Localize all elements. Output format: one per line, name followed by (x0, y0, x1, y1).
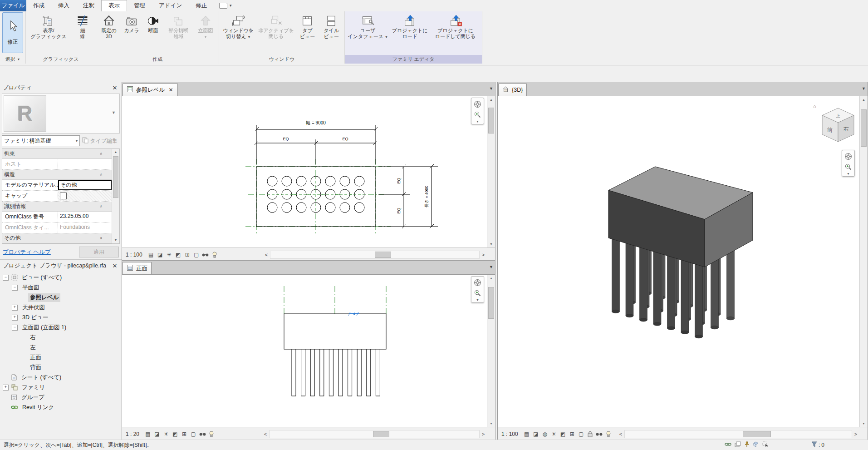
tab-create[interactable]: 作成 (26, 0, 51, 11)
viewcube-front-face[interactable]: 前 (827, 127, 833, 133)
thin-lines-button[interactable]: 細線 (70, 12, 95, 41)
selection-filter[interactable]: : 0 (811, 441, 824, 449)
panel-label-select[interactable]: 選択▼ (0, 55, 25, 64)
tile-views-button[interactable]: タイルビュー (319, 12, 343, 41)
detail-level-icon[interactable]: ▤ (523, 430, 531, 438)
section-identity[interactable]: 識別情報« (2, 202, 112, 212)
omniclass-number-value[interactable]: 23.25.05.00 (58, 212, 112, 222)
scroll-down-icon[interactable]: ▼ (862, 420, 865, 427)
hide-isolate-icon[interactable] (201, 251, 210, 259)
chevron-down-icon[interactable]: ▼ (476, 120, 479, 123)
lock-orientation-icon[interactable] (586, 430, 594, 438)
tab-insert[interactable]: 挿入 (51, 0, 76, 11)
visual-style-icon[interactable]: ◪ (156, 251, 164, 259)
zoom-icon[interactable] (472, 288, 483, 298)
tree-item-back[interactable]: 背面 (0, 362, 122, 372)
horizontal-scroll-thumb[interactable] (375, 252, 391, 258)
sun-path-icon[interactable]: ☀ (550, 430, 558, 438)
scroll-right-icon[interactable]: > (852, 431, 859, 437)
scroll-left-icon[interactable]: < (617, 431, 624, 437)
plan-viewport[interactable]: 幅 = 9000 EQ EQ E (122, 96, 495, 247)
section-constraints[interactable]: 拘束« (2, 149, 112, 159)
scroll-left-icon[interactable]: < (262, 431, 269, 437)
scroll-down-icon[interactable]: ▼ (490, 241, 493, 247)
tree-item-elevations[interactable]: − 立面図 (立面図 1) (0, 322, 122, 332)
switch-windows-button[interactable]: ウィンドウを切り替え ▼ (220, 12, 256, 42)
type-selector[interactable]: ファミリ: 構造基礎 ▾ (2, 135, 80, 146)
steering-wheel-icon[interactable] (843, 151, 853, 162)
viewcube-right-face[interactable]: 右 (843, 126, 849, 132)
sun-path-icon[interactable]: ☀ (162, 430, 170, 438)
chevron-down-icon[interactable]: ▼ (847, 172, 850, 175)
detail-level-icon[interactable]: ▤ (147, 251, 155, 259)
viewcube-home-icon[interactable]: ⌂ (813, 104, 816, 109)
tab-annotate[interactable]: 注釈 (76, 0, 101, 11)
edit-type-button[interactable]: タイプ編集 (80, 137, 120, 145)
tree-item-revit-links[interactable]: Revit リンク (0, 402, 122, 412)
eq-dimension-text[interactable]: EQ (283, 137, 289, 141)
crop-region-visibility-icon[interactable]: ▢ (192, 251, 201, 259)
render-icon[interactable]: ◍ (541, 430, 549, 438)
sun-path-icon[interactable]: ☀ (165, 251, 173, 259)
scroll-up-icon[interactable]: ▲ (490, 96, 493, 103)
select-links-icon[interactable] (725, 442, 731, 448)
material-value[interactable]: その他 (58, 180, 112, 190)
cap-checkbox[interactable] (60, 193, 67, 199)
visual-style-icon[interactable]: ◪ (532, 430, 540, 438)
host-value[interactable] (58, 159, 112, 169)
user-interface-button[interactable]: ユーザインタフェース ▼ (346, 12, 390, 42)
tab-manage[interactable]: 管理 (127, 0, 152, 11)
scroll-up-icon[interactable]: ▲ (114, 149, 118, 155)
tree-item-front[interactable]: 正面 (0, 352, 122, 362)
crop-view-icon[interactable]: ⊞ (183, 251, 191, 259)
horizontal-scroll-thumb[interactable] (373, 431, 389, 437)
tab-file[interactable]: ファイル (0, 0, 26, 11)
drag-on-selection-icon[interactable] (762, 441, 768, 449)
scroll-up-icon[interactable]: ▲ (490, 275, 493, 282)
collapse-expander-icon[interactable]: − (12, 325, 18, 331)
hide-isolate-icon[interactable] (595, 430, 603, 438)
steering-wheel-icon[interactable] (472, 277, 483, 288)
load-into-project-close-button[interactable]: ✕ プロジェクトにロードして閉じる (430, 12, 481, 41)
plan-view-tab[interactable]: 参照レベル ✕ (123, 84, 178, 96)
width-dimension-text[interactable]: 幅 = 9000 (306, 120, 326, 125)
length-dimension-text[interactable]: 長さ = 4000 (424, 186, 429, 208)
collapse-expander-icon[interactable]: − (12, 285, 18, 291)
tree-item-groups[interactable]: グループ (0, 392, 122, 402)
scroll-down-icon[interactable]: ▼ (114, 237, 118, 243)
tab-views-button[interactable]: タブビュー (296, 12, 319, 41)
ribbon-display-toggle[interactable]: ▼ (216, 0, 235, 11)
select-pinned-icon[interactable] (744, 441, 750, 449)
scroll-left-icon[interactable]: < (263, 252, 270, 257)
hide-isolate-icon[interactable] (198, 430, 206, 438)
tree-item-right[interactable]: 右 (0, 332, 122, 342)
properties-help-link[interactable]: プロパティ ヘルプ (3, 248, 51, 256)
scroll-up-icon[interactable]: ▲ (862, 96, 865, 103)
scroll-right-icon[interactable]: > (480, 252, 487, 257)
crop-view-icon[interactable]: ⊞ (568, 430, 576, 438)
load-into-project-button[interactable]: プロジェクトにロード (390, 12, 430, 41)
tab-modify[interactable]: 修正 (189, 0, 214, 11)
three-d-vertical-scrollbar[interactable]: ▲ ▼ (859, 96, 868, 427)
reveal-hidden-icon[interactable] (604, 430, 613, 438)
tree-item-sheets[interactable]: シート (すべて) (0, 372, 122, 382)
scroll-down-icon[interactable]: ▼ (490, 420, 493, 427)
eq-dimension-text[interactable]: EQ (397, 208, 401, 213)
front-vertical-scrollbar[interactable]: ▲ ▼ (487, 275, 495, 427)
modify-button[interactable]: 修正 (2, 12, 23, 53)
three-d-scale-button[interactable]: 1 : 100 (501, 431, 518, 437)
tree-item-3d-views[interactable]: + 3D ビュー (0, 312, 122, 322)
eq-dimension-text[interactable]: EQ (397, 178, 401, 183)
properties-close-icon[interactable]: ✕ (111, 84, 119, 91)
select-by-face-icon[interactable] (753, 441, 759, 449)
detail-level-icon[interactable]: ▤ (144, 430, 152, 438)
project-browser-close-icon[interactable]: ✕ (111, 262, 119, 269)
shadows-icon[interactable]: ◩ (171, 430, 179, 438)
steering-wheel-icon[interactable] (472, 99, 483, 109)
collapse-expander-icon[interactable]: − (3, 275, 9, 281)
scroll-right-icon[interactable]: > (480, 431, 487, 437)
three-d-view-menu-icon[interactable]: ▼ (862, 86, 866, 91)
elevation-button[interactable]: 立面図▼ (193, 12, 218, 42)
camera-button[interactable]: カメラ (121, 12, 142, 41)
visual-style-icon[interactable]: ◪ (153, 430, 161, 438)
